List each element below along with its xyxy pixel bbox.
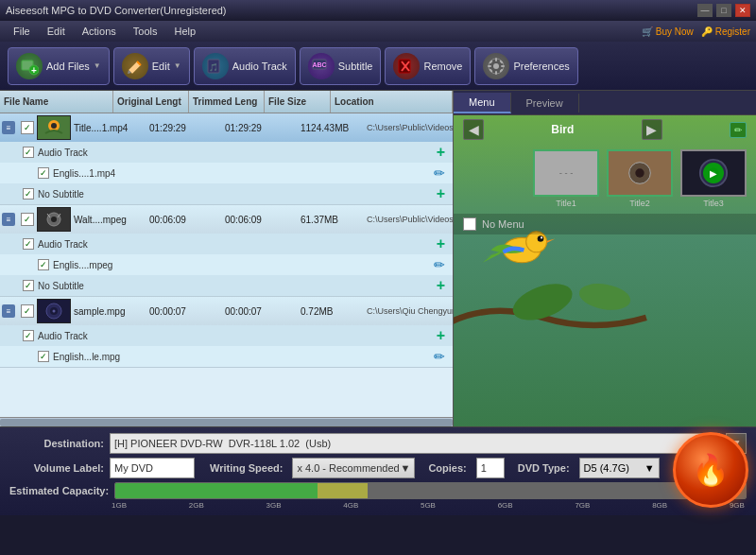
thumb-img-title1[interactable]: - - -	[533, 149, 599, 197]
maximize-button[interactable]: □	[716, 4, 731, 17]
file-loc-2: C:\Users\Public\Videos\ais...	[364, 215, 453, 224]
audio-sub-row-2[interactable]: ✓ Englis....mpeg ✏	[0, 254, 453, 275]
capacity-bar	[114, 482, 747, 499]
audio-checkbox-2[interactable]: ✓	[23, 238, 34, 250]
subtitle-checkbox-2[interactable]: ✓	[23, 280, 34, 291]
preferences-button[interactable]: Preferences	[474, 47, 577, 85]
h-scroll-thumb[interactable]	[0, 419, 453, 426]
svg-point-26	[51, 217, 57, 222]
add-audio-button-3[interactable]: +	[437, 327, 445, 344]
file-list-body[interactable]: ≡ ✓ Title....1.mp4 01:29:29 01:29:2	[0, 113, 453, 417]
register-button[interactable]: 🔑 Register	[701, 26, 750, 37]
menu-help[interactable]: Help	[166, 24, 203, 39]
dvd-type-arrow: ▼	[644, 462, 655, 474]
audio-checkbox-1[interactable]: ✓	[23, 147, 34, 158]
menu-tools[interactable]: Tools	[126, 24, 165, 39]
table-row[interactable]: ≡ ✓ sample.mpg 00:00:07 00:00:07	[0, 297, 453, 325]
add-audio-button-2[interactable]: +	[437, 235, 445, 252]
horizontal-scrollbar[interactable]	[0, 417, 453, 426]
thumb-img-title2[interactable]	[607, 149, 673, 197]
fire-icon: 🔥	[692, 452, 730, 488]
no-menu-label: No Menu	[482, 218, 524, 230]
audio-sub-row-3[interactable]: ✓ English...le.mpg ✏	[0, 346, 453, 367]
copies-input[interactable]	[476, 458, 505, 478]
audio-track-row-2[interactable]: ✓ Audio Track +	[0, 234, 453, 254]
audio-label-1: Audio Track	[38, 147, 88, 158]
edit-audio-button-2[interactable]: ✏	[434, 257, 445, 272]
file-size-3: 0.72MB	[298, 306, 364, 317]
speed-dropdown-arrow[interactable]: ▼	[401, 462, 411, 474]
add-dropdown-arrow[interactable]: ▼	[94, 61, 101, 70]
audio-track-row-3[interactable]: ✓ Audio Track +	[0, 325, 453, 346]
drag-handle[interactable]: ≡	[2, 121, 15, 134]
next-arrow[interactable]: ▶	[642, 119, 662, 140]
preview-panel: Menu Preview	[454, 91, 756, 426]
prev-arrow[interactable]: ◀	[463, 119, 484, 140]
svg-point-34	[538, 235, 544, 242]
audio-checkbox-3[interactable]: ✓	[23, 330, 34, 341]
table-row[interactable]: ≡ ✓ Title....1.mp4 01:29:29 01:29:2	[0, 113, 453, 142]
minimize-button[interactable]: —	[697, 4, 713, 17]
add-subtitle-button-1[interactable]: +	[437, 185, 445, 202]
edit-dropdown-arrow[interactable]: ▼	[174, 61, 181, 70]
subtitle-button[interactable]: ABC Subtitle	[300, 47, 382, 85]
nav-title: Bird	[551, 123, 574, 136]
edit-audio-button-1[interactable]: ✏	[434, 165, 445, 181]
bottom-wrapper: Destination: ▼ Volume Label: Writing Spe…	[0, 426, 756, 515]
audio-sub-row-1[interactable]: ✓ Englis....1.mp4 ✏	[0, 163, 453, 183]
play-button-title3[interactable]: ▶	[703, 163, 724, 183]
audio-sub-checkbox-2[interactable]: ✓	[38, 259, 49, 270]
writing-speed-select[interactable]: x 4.0 - Recommended ▼	[292, 458, 415, 478]
remove-button[interactable]: Remove	[385, 47, 471, 85]
file-trim-1: 01:29:29	[222, 123, 298, 133]
capacity-ticks: 1GB 2GB 3GB 4GB 5GB 6GB 7GB 8GB 9GB	[110, 501, 747, 510]
menu-items: File Edit Actions Tools Help	[6, 24, 203, 39]
audio-label-2: Audio Track	[38, 239, 88, 250]
dvd-type-select[interactable]: D5 (4.7G) ▼	[579, 458, 660, 478]
edit-audio-button-3[interactable]: ✏	[434, 349, 445, 364]
audio-track-button[interactable]: 🎵 Audio Track	[194, 47, 296, 85]
svg-point-12	[493, 63, 499, 69]
add-files-icon: +	[16, 53, 43, 79]
subtitle-row-2[interactable]: ✓ No Subtitle +	[0, 275, 453, 296]
thumb-label-1: Title1	[556, 199, 576, 208]
file-checkbox-3[interactable]: ✓	[21, 304, 34, 318]
volume-input[interactable]	[110, 458, 195, 478]
burn-button[interactable]: 🔥	[673, 432, 748, 508]
cap-warning	[318, 483, 368, 498]
add-audio-button-1[interactable]: +	[437, 144, 445, 161]
menu-actions[interactable]: Actions	[75, 24, 124, 39]
audio-sub-label-1: Englis....1.mp4	[53, 168, 115, 179]
subtitle-row-1[interactable]: ✓ No Subtitle +	[0, 183, 453, 204]
close-button[interactable]: ✕	[735, 4, 750, 17]
file-checkbox-2[interactable]: ✓	[21, 213, 34, 226]
audio-sub-checkbox-1[interactable]: ✓	[38, 167, 49, 179]
preview-content: ◀ Bird ▶ ✏ - - - Title1	[454, 115, 756, 426]
table-row[interactable]: ≡ ✓ Walt....mpeg 00:06:09 00:06:09	[0, 205, 453, 234]
edit-button[interactable]: Edit ▼	[113, 47, 190, 85]
add-subtitle-button-2[interactable]: +	[437, 277, 445, 294]
menu-file[interactable]: File	[6, 24, 38, 39]
audio-track-row-1[interactable]: ✓ Audio Track +	[0, 142, 453, 163]
menu-edit[interactable]: Edit	[40, 24, 73, 39]
audio-label-3: Audio Track	[38, 331, 88, 341]
tab-preview[interactable]: Preview	[511, 94, 579, 113]
tab-menu[interactable]: Menu	[454, 93, 511, 113]
file-checkbox-1[interactable]: ✓	[21, 121, 34, 134]
file-size-1: 1124.43MB	[298, 123, 364, 133]
app-title: Aiseesoft MPG to DVD Converter(Unregiste…	[6, 5, 227, 16]
no-menu-checkbox[interactable]	[463, 217, 476, 231]
remove-icon	[393, 53, 420, 79]
add-files-button[interactable]: + Add Files ▼	[8, 47, 110, 85]
drag-handle[interactable]: ≡	[2, 213, 15, 226]
file-thumbnail-2	[37, 207, 71, 232]
menu-right: 🛒 Buy Now 🔑 Register	[642, 26, 750, 37]
buy-now-button[interactable]: 🛒 Buy Now	[642, 26, 694, 37]
destination-input[interactable]	[110, 433, 720, 454]
cap-used	[115, 483, 317, 498]
drag-handle[interactable]: ≡	[2, 304, 15, 318]
subtitle-checkbox-1[interactable]: ✓	[23, 188, 34, 199]
audio-sub-checkbox-3[interactable]: ✓	[38, 351, 49, 362]
edit-preview-button[interactable]: ✏	[730, 122, 747, 138]
capacity-label: Estimated Capacity:	[9, 485, 109, 496]
